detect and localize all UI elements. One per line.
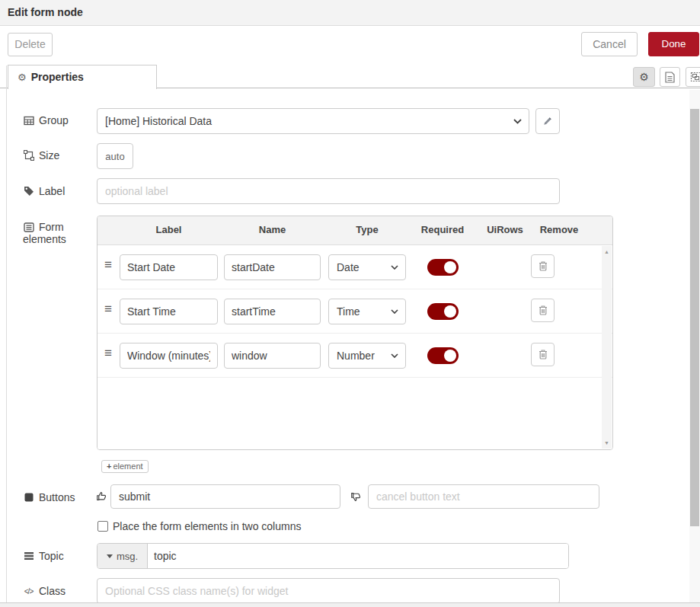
element-label-input[interactable] <box>120 299 218 324</box>
required-toggle[interactable] <box>427 259 459 276</box>
column-header-remove: Remove <box>534 224 584 235</box>
trash-icon <box>538 305 548 316</box>
form-elements-table: Label Name Type Required UiRows Remove ≡… <box>97 216 613 450</box>
remove-element-button[interactable] <box>531 254 555 278</box>
group-select[interactable]: [Home] Historical Data <box>97 108 529 134</box>
column-header-label: Label <box>120 224 218 235</box>
submit-button-text-input[interactable] <box>110 484 340 509</box>
delete-button[interactable]: Delete <box>8 33 53 56</box>
tab-properties[interactable]: ⚙Properties <box>8 65 157 89</box>
gear-icon: ⚙ <box>18 72 27 83</box>
topic-type-button[interactable]: msg. <box>97 544 148 568</box>
gear-icon: ⚙ <box>639 71 649 83</box>
class-field-label: </> Class <box>23 585 66 597</box>
list-icon <box>23 222 34 232</box>
form-element-row: ≡ Time <box>97 289 612 334</box>
tag-icon <box>23 186 34 196</box>
dialog-bottom-edge <box>0 602 700 607</box>
topic-prefix-label: msg. <box>117 551 138 562</box>
size-button[interactable]: auto <box>97 143 133 169</box>
document-icon <box>665 72 675 83</box>
cancel-button[interactable]: Cancel <box>581 32 638 56</box>
column-header-uirows: UiRows <box>478 224 532 235</box>
chevron-down-icon <box>391 309 398 314</box>
required-toggle[interactable] <box>427 347 459 364</box>
drag-handle-icon[interactable]: ≡ <box>104 257 112 273</box>
label-input[interactable] <box>97 178 560 204</box>
scroll-down-icon[interactable]: ▼ <box>602 440 612 446</box>
element-name-input[interactable] <box>224 343 321 369</box>
appearance-pane-button[interactable] <box>686 67 700 87</box>
column-header-type: Type <box>328 224 406 235</box>
add-element-button[interactable]: +element <box>101 460 149 473</box>
pencil-icon <box>542 116 553 126</box>
trash-icon <box>538 260 548 272</box>
scroll-up-icon[interactable]: ▲ <box>602 249 612 254</box>
trash-icon <box>538 349 548 360</box>
caret-down-icon <box>107 554 113 558</box>
form-elements-table-header: Label Name Type Required UiRows Remove <box>97 216 612 245</box>
required-toggle[interactable] <box>427 303 459 320</box>
dialog-header: Edit form node <box>0 0 700 26</box>
remove-element-button[interactable] <box>531 299 555 322</box>
buttons-field-label: Buttons <box>23 491 75 503</box>
column-header-name: Name <box>224 224 321 235</box>
element-type-select[interactable]: Date <box>328 254 406 280</box>
chevron-down-icon <box>391 353 398 358</box>
topic-field-label: Topic <box>23 550 64 562</box>
description-pane-button[interactable] <box>660 67 680 87</box>
drag-handle-icon[interactable]: ≡ <box>104 346 112 361</box>
chevron-down-icon <box>513 119 522 124</box>
table-icon <box>23 116 34 126</box>
object-size-icon <box>23 150 34 161</box>
topic-input[interactable] <box>148 544 568 568</box>
edit-group-button[interactable] <box>535 108 560 134</box>
thumbs-up-icon <box>96 490 107 502</box>
class-input[interactable] <box>97 578 560 604</box>
edit-form-node-dialog: Edit form node Delete Cancel Done ⚙Prope… <box>0 0 700 607</box>
chevron-down-icon <box>391 265 398 270</box>
cancel-button-text-input[interactable] <box>368 484 599 509</box>
two-columns-checkbox-label: Place the form elements in two columns <box>113 520 301 532</box>
thumbs-down-icon <box>350 491 362 503</box>
dialog-title: Edit form node <box>8 6 83 18</box>
element-label-input[interactable] <box>120 254 218 280</box>
remove-element-button[interactable] <box>531 343 555 366</box>
topic-typed-input: msg. <box>97 543 569 569</box>
tab-properties-label: Properties <box>31 71 84 83</box>
panel-edge-divider <box>6 65 7 607</box>
form-elements-field-label: Formelements <box>23 221 66 245</box>
two-columns-checkbox[interactable] <box>97 521 108 532</box>
tasks-icon <box>23 551 34 561</box>
element-label-input[interactable] <box>120 343 218 369</box>
group-select-value: [Home] Historical Data <box>105 115 212 127</box>
properties-pane-button[interactable]: ⚙ <box>633 67 655 87</box>
column-header-required: Required <box>417 224 468 235</box>
square-icon <box>23 493 34 502</box>
form-element-row: ≡ Date <box>97 245 612 289</box>
form-element-row: ≡ Number <box>97 334 612 378</box>
element-type-select[interactable]: Time <box>328 299 406 324</box>
label-field-label: Label <box>23 185 65 197</box>
page-scrollbar[interactable] <box>689 90 700 607</box>
group-field-label: Group <box>23 114 69 126</box>
drag-handle-icon[interactable]: ≡ <box>104 302 112 317</box>
code-icon: </> <box>23 587 34 596</box>
list-scrollbar[interactable]: ▲ ▼ <box>602 246 612 449</box>
object-group-icon <box>690 72 700 82</box>
form-elements-list: ≡ Date ≡ Time <box>97 245 612 449</box>
size-field-label: Size <box>23 149 59 161</box>
done-button[interactable]: Done <box>648 32 699 56</box>
page-scrollbar-thumb[interactable] <box>690 109 699 526</box>
element-name-input[interactable] <box>224 299 321 324</box>
element-type-select[interactable]: Number <box>328 343 406 369</box>
element-name-input[interactable] <box>224 254 321 280</box>
